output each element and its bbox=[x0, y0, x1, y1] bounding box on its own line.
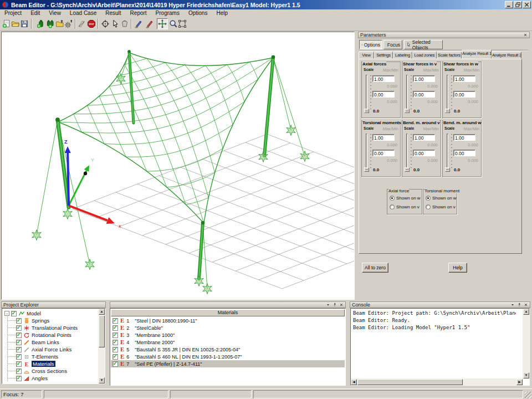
material-row-5[interactable]: E5"Baustahl S 355 JR | DIN EN 10025-2:20… bbox=[111, 346, 345, 353]
tree-item-beam-links[interactable]: Beam Links bbox=[16, 339, 59, 346]
scale-value-field[interactable]: 1.00 bbox=[453, 134, 475, 141]
scale-slider[interactable] bbox=[405, 74, 410, 113]
tree-item-angles[interactable]: Angles bbox=[16, 375, 48, 382]
menu-programs[interactable]: Programs bbox=[151, 9, 184, 17]
tree-checkbox[interactable] bbox=[11, 311, 17, 316]
scale-slider[interactable] bbox=[445, 74, 450, 113]
scale-slider[interactable] bbox=[445, 133, 450, 172]
tree-checkbox[interactable] bbox=[16, 361, 22, 367]
material-row-3[interactable]: E3"Membrane 1000" bbox=[111, 331, 345, 339]
material-checkbox[interactable] bbox=[112, 347, 118, 352]
project-explorer-header[interactable]: Project Explorer bbox=[1, 301, 106, 308]
tree-item-springs[interactable]: Springs bbox=[16, 317, 49, 324]
mode-button-selected-objects[interactable]: Selected Objects bbox=[404, 40, 443, 49]
tab-scale-factors[interactable]: Scale factors bbox=[437, 52, 462, 59]
material-row-7[interactable]: E7"Seil PE (Pfeifer) | Z-14.7-411" bbox=[111, 360, 345, 367]
scale-slider[interactable] bbox=[405, 133, 410, 172]
scale-value-field[interactable]: 1.00 bbox=[413, 134, 435, 141]
save-project-button[interactable] bbox=[19, 18, 30, 29]
scale-slider[interactable] bbox=[364, 74, 369, 113]
tree-checkbox[interactable] bbox=[16, 376, 22, 381]
material-checkbox[interactable] bbox=[112, 325, 118, 331]
tree-item-materials[interactable]: EMaterials bbox=[16, 360, 55, 367]
materials-menu-icon[interactable] bbox=[325, 302, 331, 308]
project-tree-scrollbar[interactable]: ▲ ▼ bbox=[98, 309, 105, 383]
tab-load-zones[interactable]: Load zones bbox=[412, 52, 437, 59]
material-checkbox[interactable] bbox=[112, 318, 118, 324]
material-row-4[interactable]: E4"Membrane 2000" bbox=[111, 339, 345, 346]
scale-value-field[interactable]: 1.00 bbox=[453, 75, 475, 82]
tree-item-translational-points[interactable]: Translational Points bbox=[16, 324, 78, 331]
export-settings-button[interactable] bbox=[63, 18, 74, 29]
offset-value-field[interactable]: 0.00 bbox=[453, 150, 475, 156]
all-to-zero-button[interactable]: All to zero bbox=[362, 263, 388, 273]
menu-result[interactable]: Result bbox=[101, 9, 125, 17]
console-header[interactable]: Console bbox=[350, 301, 530, 308]
radio-shown-on-w[interactable]: Shown on w bbox=[426, 196, 457, 201]
scale-slider[interactable] bbox=[364, 133, 369, 172]
materials-list[interactable]: Materials E1"Steel | DIN 18800:1990-11"E… bbox=[110, 308, 346, 386]
scale-value-field[interactable]: 1.00 bbox=[372, 75, 395, 82]
radio-shown-on-v[interactable]: Shown on v bbox=[390, 204, 420, 209]
material-row-1[interactable]: E1"Steel | DIN 18800:1990-11" bbox=[111, 317, 345, 324]
console-hscrollbar[interactable]: ◀ ▶ bbox=[351, 378, 523, 385]
material-row-2[interactable]: E2"SteelCable" bbox=[111, 324, 345, 331]
console-close-icon[interactable] bbox=[523, 302, 529, 308]
material-checkbox[interactable] bbox=[112, 332, 118, 338]
menu-project[interactable]: Project bbox=[0, 9, 26, 17]
tab-analyze-result-2[interactable]: Analyze Result 2 bbox=[492, 52, 521, 59]
console-vscrollbar[interactable]: ▲ ▼ bbox=[523, 309, 529, 378]
tab-labeling[interactable]: Labeling bbox=[393, 52, 412, 59]
menu-options[interactable]: Options bbox=[184, 9, 212, 17]
parameters-close-icon[interactable] bbox=[522, 32, 528, 38]
zoom-extents-tool-button[interactable] bbox=[177, 18, 188, 29]
material-checkbox[interactable] bbox=[112, 340, 118, 345]
offset-value-field[interactable]: 0.00 bbox=[372, 150, 395, 156]
tree-checkbox[interactable] bbox=[16, 332, 22, 338]
mode-button-focus[interactable]: Focus bbox=[383, 40, 402, 49]
materials-close-icon[interactable] bbox=[338, 302, 344, 308]
tree-item-cross-sections[interactable]: Cross Sections bbox=[16, 367, 67, 375]
tab-settings[interactable]: Settings bbox=[374, 52, 393, 59]
restore-button[interactable] bbox=[514, 1, 522, 8]
tab-view[interactable]: View bbox=[359, 52, 374, 59]
minimize-button[interactable] bbox=[505, 1, 513, 8]
bucket-tool-button[interactable] bbox=[119, 18, 130, 29]
console-output[interactable]: Beam Editor: Project path: G:\Synch\Arch… bbox=[350, 308, 530, 386]
tree-checkbox[interactable] bbox=[16, 325, 22, 331]
resize-grip[interactable] bbox=[525, 392, 531, 398]
radio-shown-on-v[interactable]: Shown on v bbox=[426, 204, 456, 209]
tree-checkbox[interactable] bbox=[16, 318, 22, 324]
draw-beam-tool-button[interactable] bbox=[133, 18, 144, 29]
mode-button-options[interactable]: Options bbox=[359, 40, 382, 49]
materials-panel-header[interactable] bbox=[110, 301, 346, 308]
scale-value-field[interactable]: 1.00 bbox=[413, 75, 435, 82]
menu-load-case[interactable]: Load Case bbox=[65, 9, 101, 17]
tree-item-model[interactable]: -Model bbox=[4, 310, 41, 317]
tree-checkbox[interactable] bbox=[16, 347, 22, 352]
menu-help[interactable]: Help bbox=[212, 9, 232, 17]
console-menu-icon[interactable] bbox=[509, 302, 515, 308]
offset-value-field[interactable]: 0.00 bbox=[413, 91, 435, 98]
focus-tool-button[interactable] bbox=[100, 18, 111, 29]
expand-icon[interactable]: - bbox=[4, 311, 9, 316]
stop-calculation-button[interactable]: STOP bbox=[86, 18, 97, 29]
radio-shown-on-w[interactable]: Shown on w bbox=[390, 196, 421, 201]
tree-item-rotational-points[interactable]: Rotational Points bbox=[16, 331, 71, 339]
console-pin-icon[interactable] bbox=[516, 302, 522, 308]
menu-report[interactable]: Report bbox=[126, 9, 151, 17]
material-checkbox[interactable] bbox=[112, 354, 118, 360]
materials-column-header[interactable]: Materials bbox=[111, 309, 345, 316]
tree-item-axial-force-links[interactable]: Axial Force Links bbox=[16, 346, 71, 353]
tree-checkbox[interactable] bbox=[16, 340, 22, 345]
menu-view[interactable]: View bbox=[44, 9, 65, 17]
offset-value-field[interactable]: 0.00 bbox=[372, 91, 395, 98]
offset-value-field[interactable]: 0.00 bbox=[413, 150, 435, 156]
tree-checkbox[interactable] bbox=[16, 369, 22, 374]
tree-item-t-elements[interactable]: T-Elements bbox=[16, 353, 58, 360]
viewport-3d[interactable]: ZYx bbox=[1, 32, 355, 300]
pan-tool-button[interactable] bbox=[157, 18, 168, 29]
offset-value-field[interactable]: 0.00 bbox=[453, 91, 475, 98]
material-row-6[interactable]: E6"Baustahl S 460 NL | DIN EN 1993-1-1:2… bbox=[111, 353, 345, 360]
scale-value-field[interactable]: 1.00 bbox=[372, 134, 395, 141]
